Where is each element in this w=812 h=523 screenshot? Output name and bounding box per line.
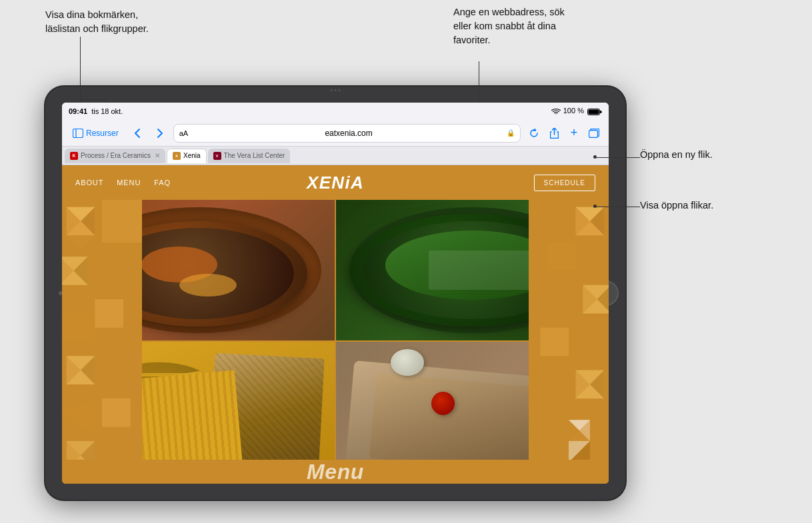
ipad-screen: 09:41 tis 18 okt. 100 % xyxy=(62,103,609,484)
new-tab-button[interactable]: + xyxy=(565,124,583,143)
ipad-dot-2 xyxy=(335,89,337,91)
website-nav: ABOUT MENU FAQ XENiA SCHEDULE xyxy=(62,165,609,200)
tabs-icon xyxy=(589,129,599,138)
svg-marker-21 xyxy=(102,398,131,427)
status-bar-left: 09:41 tis 18 okt. xyxy=(69,107,123,115)
geo-pattern-left xyxy=(62,200,142,484)
annotation-urlbar: Ange en webbadress, sök eller kom snabbt… xyxy=(453,5,565,47)
reload-icon xyxy=(529,129,539,138)
svg-rect-2 xyxy=(600,111,602,113)
tab-bar: K Process / Era Ceramics ✕ X Xenia V The… xyxy=(62,147,609,165)
svg-rect-1 xyxy=(589,109,599,114)
annotation-line-url-v xyxy=(479,61,479,103)
svg-marker-12 xyxy=(102,200,142,243)
nav-about[interactable]: ABOUT xyxy=(75,179,103,187)
time-display: 09:41 xyxy=(69,107,87,115)
annotation-line-bookmarks-h xyxy=(80,99,107,100)
annotation-dot-newtab xyxy=(593,155,597,159)
nav-menu[interactable]: MENU xyxy=(117,179,141,187)
svg-rect-5 xyxy=(589,130,598,137)
annotation-line-showtabs-h xyxy=(597,207,640,207)
tab3-title: The Vera List Center xyxy=(224,152,285,159)
food-grid: Menu xyxy=(62,200,609,484)
tab1-favicon: K xyxy=(70,152,78,160)
tab-process-era[interactable]: K Process / Era Ceramics ✕ xyxy=(65,149,165,163)
url-display: eatxenia.com xyxy=(193,129,504,138)
tab1-close[interactable]: ✕ xyxy=(155,152,160,159)
tab2-favicon: X xyxy=(173,152,181,160)
show-tabs-button[interactable] xyxy=(585,124,603,143)
geo-pattern-right xyxy=(529,200,609,484)
bookmark-label: Resurser xyxy=(86,129,119,138)
browser-toolbar: Resurser aA eatxenia.com 🔒 xyxy=(62,120,609,147)
svg-rect-3 xyxy=(73,129,83,137)
ipad-dots xyxy=(331,89,341,91)
schedule-button[interactable]: SCHEDULE xyxy=(534,175,595,191)
nav-links: ABOUT MENU FAQ xyxy=(75,179,171,187)
svg-marker-17 xyxy=(62,313,95,342)
annotation-bookmarks: Visa dina bokmärken, läslistan och flikg… xyxy=(45,8,149,36)
ipad-dot-3 xyxy=(339,89,341,91)
annotation-show-tabs: Visa öppna flikar. xyxy=(640,199,713,213)
forward-icon xyxy=(157,129,163,138)
svg-marker-16 xyxy=(95,299,123,328)
svg-marker-35 xyxy=(540,328,569,356)
site-logo: XENiA xyxy=(307,173,364,193)
tab3-favicon: V xyxy=(213,152,221,160)
share-icon xyxy=(550,128,559,139)
ipad-dot-1 xyxy=(331,89,333,91)
food-photos xyxy=(62,200,609,484)
reload-button[interactable] xyxy=(525,124,543,143)
status-bar-right: 100 % xyxy=(551,107,602,115)
food-top-row xyxy=(62,200,609,342)
text-size-button[interactable]: aA xyxy=(179,129,188,137)
tab1-title: Process / Era Ceramics xyxy=(81,152,151,159)
url-bar[interactable]: aA eatxenia.com 🔒 xyxy=(173,124,521,143)
tab-vera[interactable]: V The Vera List Center xyxy=(208,149,291,163)
battery-icon xyxy=(587,108,602,116)
back-button[interactable] xyxy=(128,124,147,143)
annotation-new-tab: Öppna en ny flik. xyxy=(640,148,713,162)
lock-icon: 🔒 xyxy=(507,129,515,137)
website-bottom-text: Menu xyxy=(62,460,609,484)
toolbar-right: + xyxy=(525,124,603,143)
date-display: tis 18 okt. xyxy=(91,107,123,115)
website-content: ABOUT MENU FAQ XENiA SCHEDULE xyxy=(62,165,609,484)
tab2-title: Xenia xyxy=(183,152,201,159)
share-button[interactable] xyxy=(545,124,563,143)
bottom-word: Menu xyxy=(307,460,364,484)
sidebar-icon xyxy=(73,129,83,138)
nav-faq[interactable]: FAQ xyxy=(154,179,171,187)
back-icon xyxy=(134,129,141,138)
battery-display: 100 % xyxy=(563,107,602,115)
tab-xenia[interactable]: X Xenia xyxy=(167,149,207,163)
ipad-frame: 09:41 tis 18 okt. 100 % xyxy=(45,87,625,500)
wifi-icon xyxy=(551,108,561,115)
annotation-line-bookmarks-v xyxy=(80,37,81,100)
forward-button[interactable] xyxy=(151,124,169,143)
status-bar: 09:41 tis 18 okt. 100 % xyxy=(62,103,609,120)
annotation-dot-showtabs xyxy=(593,205,597,208)
sidebar-button[interactable]: Resurser xyxy=(67,126,124,141)
annotation-line-newtab-h xyxy=(597,157,640,158)
svg-marker-31 xyxy=(547,243,576,271)
